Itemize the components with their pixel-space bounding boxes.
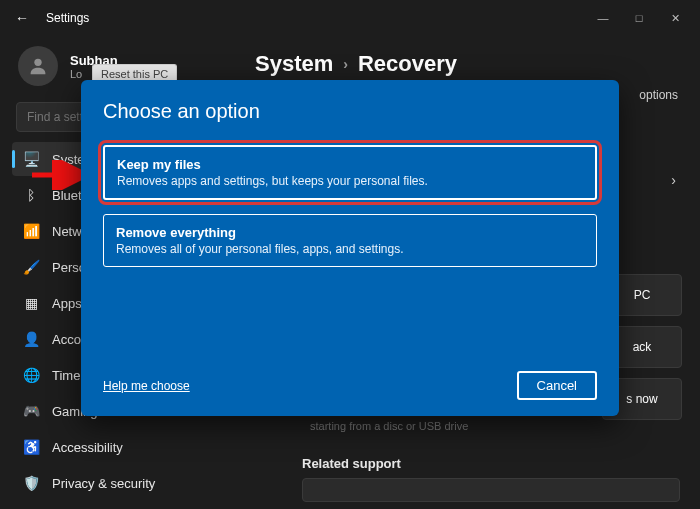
- close-button[interactable]: ✕: [668, 12, 682, 25]
- reset-dialog: Choose an option Keep my files Removes a…: [81, 80, 619, 416]
- related-support-card[interactable]: [302, 478, 680, 502]
- person-icon: [27, 55, 49, 77]
- globe-icon: 🌐: [22, 366, 40, 384]
- titlebar: ← Settings — □ ✕: [0, 0, 700, 36]
- window-controls: — □ ✕: [596, 12, 692, 25]
- cancel-button[interactable]: Cancel: [517, 371, 597, 400]
- access-icon: ♿: [22, 438, 40, 456]
- chevron-right-icon: ›: [343, 56, 348, 72]
- avatar[interactable]: [18, 46, 58, 86]
- option-title: Keep my files: [117, 157, 583, 172]
- gamepad-icon: 🎮: [22, 402, 40, 420]
- option-remove-everything[interactable]: Remove everything Removes all of your pe…: [103, 214, 597, 267]
- breadcrumb: System › Recovery: [255, 51, 457, 77]
- brush-icon: 🖌️: [22, 258, 40, 276]
- recovery-options-label: options: [639, 88, 678, 102]
- sidebar-item-privacy-security[interactable]: 🛡️Privacy & security: [12, 466, 232, 500]
- dialog-title: Choose an option: [103, 100, 597, 123]
- option-title: Remove everything: [116, 225, 584, 240]
- option-desc: Removes apps and settings, but keeps you…: [117, 174, 583, 188]
- sidebar-item-accessibility[interactable]: ♿Accessibility: [12, 430, 232, 464]
- svg-point-0: [34, 59, 41, 66]
- crumb-root[interactable]: System: [255, 51, 333, 77]
- sidebar-item-label: Apps: [52, 296, 82, 311]
- sidebar-item-label: Privacy & security: [52, 476, 155, 491]
- maximize-button[interactable]: □: [632, 12, 646, 25]
- related-support-heading: Related support: [302, 456, 401, 471]
- person-icon: 👤: [22, 330, 40, 348]
- minimize-button[interactable]: —: [596, 12, 610, 25]
- chevron-right-icon[interactable]: ›: [671, 172, 676, 188]
- back-icon[interactable]: ←: [8, 10, 36, 26]
- grid-icon: ▦: [22, 294, 40, 312]
- shield-icon: 🛡️: [22, 474, 40, 492]
- sidebar-item-label: Accessibility: [52, 440, 123, 455]
- option-keep-my-files[interactable]: Keep my files Removes apps and settings,…: [103, 145, 597, 200]
- option-desc: Removes all of your personal files, apps…: [116, 242, 584, 256]
- wifi-icon: 📶: [22, 222, 40, 240]
- dialog-footer: Help me choose Cancel: [103, 359, 597, 400]
- sidebar-item-windows-update[interactable]: 🔄Windows Update: [12, 502, 232, 509]
- help-me-choose-link[interactable]: Help me choose: [103, 379, 190, 393]
- crumb-leaf: Recovery: [358, 51, 457, 77]
- window-title: Settings: [46, 11, 89, 25]
- advanced-startup-desc: starting from a disc or USB drive: [310, 420, 468, 432]
